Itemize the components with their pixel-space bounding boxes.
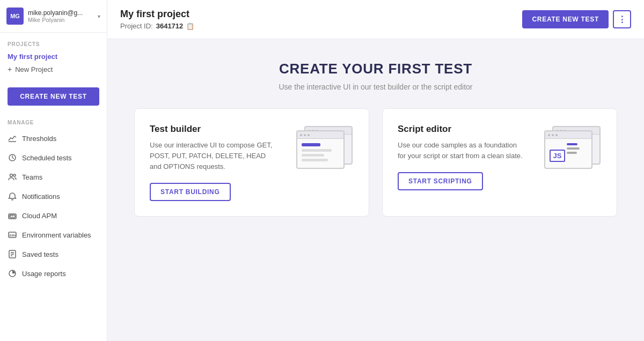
project-id-row: Project ID: 3641712 📋 xyxy=(120,22,194,30)
script-editor-card-title: Script editor xyxy=(398,124,534,135)
js-label: JS xyxy=(550,150,566,162)
sidebar-item-current-project[interactable]: My first project xyxy=(0,50,107,62)
saved-tests-icon xyxy=(8,249,17,259)
sidebar-item-cloud-apm[interactable]: Cloud APM xyxy=(0,206,107,225)
avatar: MG xyxy=(6,8,24,25)
sidebar-item-scheduled-tests[interactable]: Scheduled tests xyxy=(0,148,107,167)
teams-label: Teams xyxy=(22,173,42,181)
test-builder-illustration xyxy=(295,124,354,172)
user-name: Mike Polyanin xyxy=(28,17,96,23)
project-id-value: 3641712 xyxy=(156,22,184,30)
script-editor-card-desc: Use our code samples as a foundation for… xyxy=(398,140,526,161)
header-right: CREATE NEW TEST ⋮ xyxy=(522,10,631,28)
header-left: My first project Project ID: 3641712 📋 xyxy=(120,9,194,30)
sidebar: MG mike.polyanin@g... Mike Polyanin ▾ PR… xyxy=(0,0,107,341)
teams-icon xyxy=(8,172,17,182)
project-id-label: Project ID: xyxy=(120,22,153,30)
manage-section-label: MANAGE xyxy=(0,115,107,129)
main-area: My first project Project ID: 3641712 📋 C… xyxy=(107,0,644,341)
sidebar-item-thresholds[interactable]: Thresholds xyxy=(0,129,107,148)
sidebar-item-environment-variables[interactable]: ENV Environment variables xyxy=(0,225,107,244)
sidebar-item-saved-tests[interactable]: Saved tests xyxy=(0,244,107,264)
more-options-button[interactable]: ⋮ xyxy=(613,10,631,28)
user-info: mike.polyanin@g... Mike Polyanin xyxy=(28,9,96,23)
test-builder-card-title: Test builder xyxy=(150,124,286,135)
cloud-apm-label: Cloud APM xyxy=(22,212,57,220)
notifications-label: Notifications xyxy=(22,192,60,201)
thresholds-icon xyxy=(8,134,17,143)
sidebar-item-usage-reports[interactable]: Usage reports xyxy=(0,264,107,283)
hero-subtitle: Use the interactive UI in our test build… xyxy=(279,83,472,91)
script-editor-card: Script editor Use our code samples as a … xyxy=(382,108,617,217)
sidebar-item-teams[interactable]: Teams xyxy=(0,167,107,187)
start-scripting-button[interactable]: START SCRIPTING xyxy=(398,172,483,190)
scheduled-tests-label: Scheduled tests xyxy=(22,154,72,162)
new-project-label: New Project xyxy=(15,65,53,73)
chevron-down-icon: ▾ xyxy=(98,13,100,19)
test-builder-card-body: Test builder Use our interactive UI to c… xyxy=(150,124,286,201)
scheduled-tests-icon xyxy=(8,153,17,162)
test-builder-card: Test builder Use our interactive UI to c… xyxy=(134,108,369,217)
env-variables-icon: ENV xyxy=(8,230,17,240)
usage-reports-icon xyxy=(8,269,17,278)
main-content: CREATE YOUR FIRST TEST Use the interacti… xyxy=(107,39,644,341)
projects-section-label: PROJECTS xyxy=(0,33,107,50)
cards-row: Test builder Use our interactive UI to c… xyxy=(134,108,617,217)
main-header: My first project Project ID: 3641712 📋 C… xyxy=(107,0,644,39)
usage-reports-label: Usage reports xyxy=(22,270,66,278)
user-email: mike.polyanin@g... xyxy=(28,9,96,17)
script-editor-card-body: Script editor Use our code samples as a … xyxy=(398,124,534,190)
new-project-button[interactable]: + New Project xyxy=(0,62,107,77)
svg-line-3 xyxy=(12,158,14,159)
copy-icon[interactable]: 📋 xyxy=(186,23,194,30)
project-title: My first project xyxy=(120,9,194,20)
illustration-front-browser xyxy=(296,130,345,169)
svg-text:ENV: ENV xyxy=(10,234,16,237)
saved-tests-label: Saved tests xyxy=(22,250,58,258)
sidebar-create-test-button[interactable]: CREATE NEW TEST xyxy=(8,87,99,106)
notifications-icon xyxy=(8,191,17,201)
illustration-front-browser-2: JS xyxy=(544,130,592,169)
svg-point-5 xyxy=(13,174,16,176)
cloud-apm-icon xyxy=(8,211,17,220)
plus-icon: + xyxy=(8,65,12,73)
script-editor-illustration: JS xyxy=(543,124,602,172)
test-builder-card-desc: Use our interactive UI to compose GET, P… xyxy=(150,140,279,172)
user-profile[interactable]: MG mike.polyanin@g... Mike Polyanin ▾ xyxy=(0,0,107,33)
env-variables-label: Environment variables xyxy=(22,231,91,239)
sidebar-item-notifications[interactable]: Notifications xyxy=(0,187,107,206)
thresholds-label: Thresholds xyxy=(22,135,56,143)
create-new-test-button[interactable]: CREATE NEW TEST xyxy=(522,10,609,28)
svg-point-4 xyxy=(10,174,13,177)
hero-title: CREATE YOUR FIRST TEST xyxy=(279,61,472,77)
start-building-button[interactable]: START BUILDING xyxy=(150,183,231,201)
